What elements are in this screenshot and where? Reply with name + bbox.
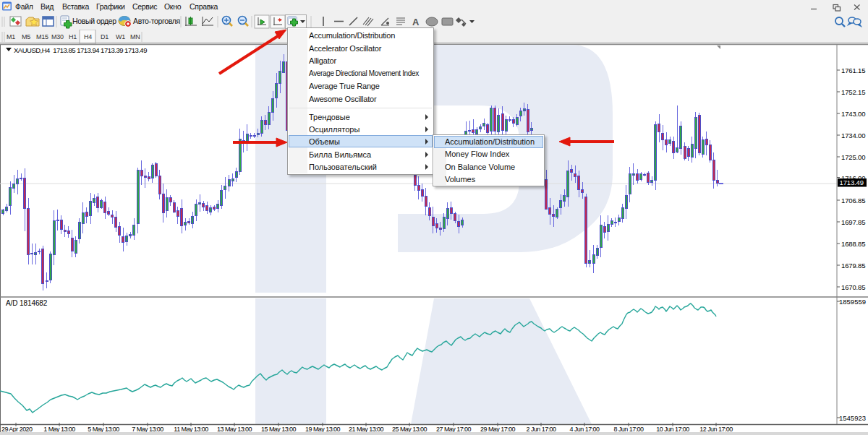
svg-text:1697.85: 1697.85	[841, 218, 865, 226]
svg-text:1706.85: 1706.85	[841, 197, 865, 204]
svg-text:29 May 17:00: 29 May 17:00	[480, 426, 515, 433]
svg-text:1734.00: 1734.00	[841, 132, 865, 139]
svg-text:13 May 13:00: 13 May 13:00	[217, 426, 252, 433]
svg-text:1545923: 1545923	[839, 414, 866, 422]
svg-text:19 May 13:00: 19 May 13:00	[305, 426, 340, 433]
svg-text:10 Jun 17:00: 10 Jun 17:00	[656, 426, 689, 433]
svg-text:1859559: 1859559	[839, 298, 866, 306]
svg-text:A/D 1814682: A/D 1814682	[6, 299, 48, 307]
svg-text:1752.15: 1752.15	[841, 88, 865, 96]
svg-text:25 May 13:00: 25 May 13:00	[392, 426, 427, 433]
svg-text:1670.85: 1670.85	[841, 283, 865, 291]
svg-text:11 May 13:00: 11 May 13:00	[174, 426, 208, 433]
svg-text:4 Jun 17:00: 4 Jun 17:00	[570, 426, 600, 433]
svg-text:12 Jun 17:00: 12 Jun 17:00	[699, 426, 733, 433]
svg-text:8 Jun 17:00: 8 Jun 17:00	[614, 426, 644, 433]
svg-text:5 May 13:00: 5 May 13:00	[88, 426, 119, 433]
svg-text:21 May 13:00: 21 May 13:00	[349, 426, 383, 433]
svg-text:1713.49: 1713.49	[840, 178, 864, 186]
svg-text:1688.85: 1688.85	[841, 240, 865, 248]
svg-text:1 May 13:00: 1 May 13:00	[43, 426, 75, 433]
svg-text:1761.15: 1761.15	[841, 66, 865, 74]
svg-text:2 Jun 17:00: 2 Jun 17:00	[527, 426, 557, 433]
svg-text:7 May 13:00: 7 May 13:00	[132, 426, 163, 433]
svg-text:XAUUSD,H4 1713.85 1713.94 171: XAUUSD,H4 1713.85 1713.94 1713.39 1713.4…	[14, 46, 147, 54]
svg-text:1725.00: 1725.00	[841, 153, 865, 161]
svg-text:1679.85: 1679.85	[841, 262, 865, 270]
svg-text:27 May 17:00: 27 May 17:00	[436, 426, 471, 433]
svg-text:1743.00: 1743.00	[841, 110, 865, 118]
svg-text:29 Apr 2020: 29 Apr 2020	[1, 426, 33, 433]
svg-text:15 May 13:00: 15 May 13:00	[261, 426, 296, 433]
